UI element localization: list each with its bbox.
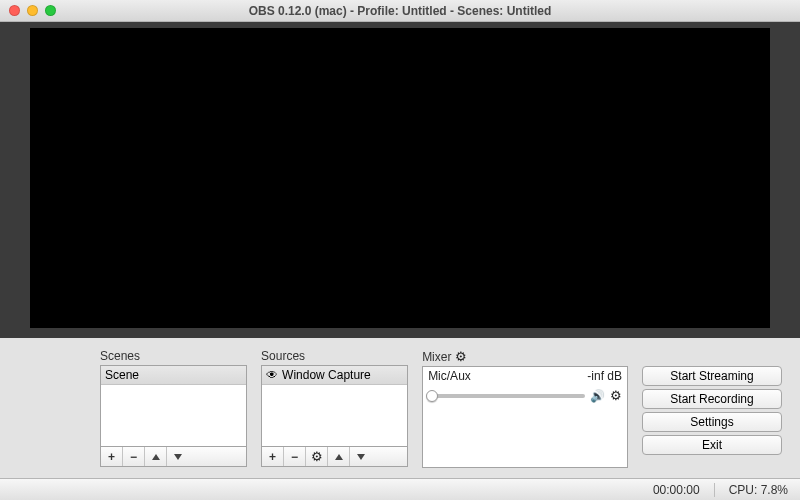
add-source-button[interactable] <box>262 447 284 466</box>
chevron-down-icon <box>174 454 182 460</box>
move-scene-down-button[interactable] <box>167 447 189 466</box>
mixer-controls-row <box>423 386 627 405</box>
gear-icon <box>311 449 323 464</box>
visibility-eye-icon[interactable] <box>266 368 278 382</box>
status-separator <box>714 483 715 497</box>
remove-scene-button[interactable] <box>123 447 145 466</box>
start-recording-button[interactable]: Start Recording <box>642 389 782 409</box>
mute-speaker-icon[interactable] <box>590 389 605 403</box>
mixer-box: Mic/Aux -inf dB <box>422 366 628 468</box>
scenes-list[interactable]: Scene <box>100 365 247 447</box>
window-title: OBS 0.12.0 (mac) - Profile: Untitled - S… <box>249 4 552 18</box>
sources-toolbar <box>261 447 408 467</box>
bottom-panels: Scenes Scene Sources Window Capture <box>0 338 800 478</box>
zoom-window-icon[interactable] <box>45 5 56 16</box>
chevron-down-icon <box>357 454 365 460</box>
scenes-panel: Scenes Scene <box>100 349 247 467</box>
list-item[interactable]: Window Capture <box>262 366 407 385</box>
move-source-down-button[interactable] <box>350 447 372 466</box>
settings-button[interactable]: Settings <box>642 412 782 432</box>
channel-settings-icon[interactable] <box>610 388 622 403</box>
start-streaming-button[interactable]: Start Streaming <box>642 366 782 386</box>
add-scene-button[interactable] <box>101 447 123 466</box>
preview-canvas[interactable] <box>30 28 770 328</box>
sources-list[interactable]: Window Capture <box>261 365 408 447</box>
mixer-label: Mixer <box>422 349 628 364</box>
status-bar: 00:00:00 CPU: 7.8% <box>0 478 800 500</box>
remove-source-button[interactable] <box>284 447 306 466</box>
mixer-channel-name: Mic/Aux <box>428 369 471 383</box>
minus-icon <box>291 450 298 464</box>
chevron-up-icon <box>152 454 160 460</box>
move-source-up-button[interactable] <box>328 447 350 466</box>
mixer-channel-row: Mic/Aux -inf dB <box>423 367 627 386</box>
mixer-label-text: Mixer <box>422 350 451 364</box>
move-scene-up-button[interactable] <box>145 447 167 466</box>
source-name: Window Capture <box>282 368 371 382</box>
mixer-level-readout: -inf dB <box>587 369 622 383</box>
preview-area <box>0 22 800 338</box>
sources-panel: Sources Window Capture <box>261 349 408 467</box>
titlebar: OBS 0.12.0 (mac) - Profile: Untitled - S… <box>0 0 800 22</box>
list-item[interactable]: Scene <box>101 366 246 385</box>
mixer-panel: Mixer Mic/Aux -inf dB <box>422 349 628 468</box>
plus-icon <box>269 450 276 464</box>
sources-label: Sources <box>261 349 408 363</box>
minus-icon <box>130 450 137 464</box>
minimize-window-icon[interactable] <box>27 5 38 16</box>
scenes-toolbar <box>100 447 247 467</box>
mixer-settings-icon[interactable] <box>455 349 467 364</box>
status-time: 00:00:00 <box>653 483 700 497</box>
source-properties-button[interactable] <box>306 447 328 466</box>
window-controls <box>9 5 56 16</box>
volume-slider[interactable] <box>428 394 585 398</box>
volume-slider-thumb[interactable] <box>426 390 438 402</box>
exit-button[interactable]: Exit <box>642 435 782 455</box>
scenes-label: Scenes <box>100 349 247 363</box>
status-cpu: CPU: 7.8% <box>729 483 788 497</box>
plus-icon <box>108 450 115 464</box>
chevron-up-icon <box>335 454 343 460</box>
scene-name: Scene <box>105 368 139 382</box>
close-window-icon[interactable] <box>9 5 20 16</box>
control-buttons: Start Streaming Start Recording Settings… <box>642 366 782 455</box>
